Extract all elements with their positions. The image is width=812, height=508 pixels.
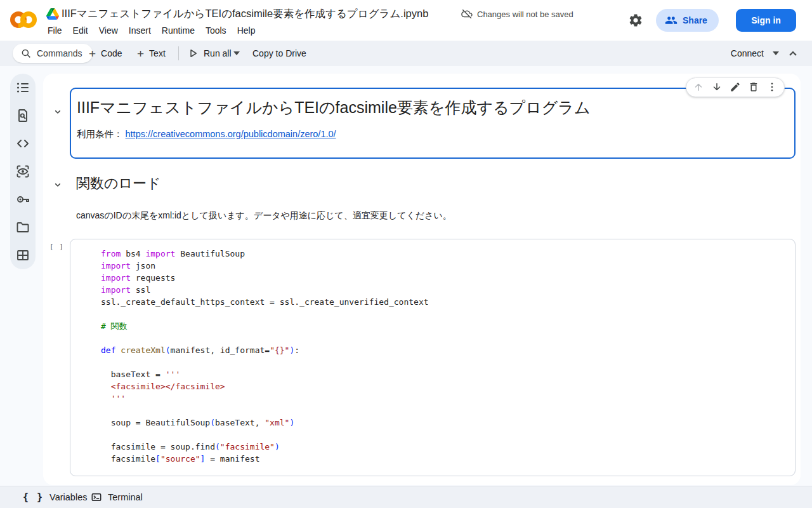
run-cell-button[interactable]: [ ]: [49, 243, 64, 251]
terminal-label: Terminal: [108, 492, 143, 502]
trash-icon: [748, 81, 759, 93]
edit-cell-button[interactable]: [729, 81, 742, 94]
menu-runtime[interactable]: Runtime: [162, 25, 195, 36]
run-all-button[interactable]: Run all: [187, 41, 232, 66]
secrets-key-icon[interactable]: [15, 192, 30, 207]
code-snippets-icon[interactable]: [15, 136, 30, 151]
add-code-label: Code: [101, 48, 122, 58]
code-cell[interactable]: from bs4 import BeautifulSoupimport json…: [70, 239, 796, 476]
caret-down-icon: [773, 51, 779, 55]
license-link[interactable]: https://creativecommons.org/publicdomain…: [126, 129, 336, 139]
markdown-heading: IIIFマニフェストファイルからTEIのfacsimile要素を作成するプログラ…: [77, 97, 591, 118]
cloud-off-icon: [461, 8, 473, 20]
variables-label: Variables: [49, 492, 87, 502]
collapse-section-icon[interactable]: [53, 107, 63, 117]
pencil-icon: [730, 81, 741, 93]
add-code-button[interactable]: + Code: [89, 41, 122, 66]
google-drive-icon: [46, 8, 59, 20]
section-description[interactable]: canvasのIDの末尾をxml:idとして扱います。データや用途に応じて、適宜…: [76, 210, 452, 222]
data-table-icon[interactable]: [15, 248, 30, 263]
markdown-title-cell[interactable]: IIIFマニフェストファイルからTEIのfacsimile要素を作成するプログラ…: [70, 88, 796, 159]
settings-gear-icon[interactable]: [628, 13, 643, 28]
copy-to-drive-label: Copy to Drive: [252, 48, 306, 58]
variables-button[interactable]: { } Variables: [23, 486, 87, 508]
menu-bar: File Edit View Insert Runtime Tools Help: [48, 25, 255, 36]
arrow-down-icon: [711, 81, 723, 93]
caret-down-icon: [233, 51, 240, 55]
code-lines[interactable]: from bs4 import BeautifulSoupimport json…: [70, 239, 795, 465]
toolbar-divider: [178, 46, 179, 60]
menu-view[interactable]: View: [99, 25, 118, 36]
terminal-icon: [91, 491, 102, 503]
menu-file[interactable]: File: [48, 25, 62, 36]
commands-button[interactable]: Commands: [13, 44, 93, 63]
table-of-contents-icon[interactable]: [15, 80, 30, 95]
section-heading[interactable]: 関数のロード: [76, 174, 161, 193]
license-prefix: 利用条件：: [77, 129, 123, 139]
search-icon: [20, 48, 32, 59]
run-options-dropdown[interactable]: [233, 41, 240, 66]
sign-in-button[interactable]: Sign in: [736, 9, 796, 32]
find-and-replace-icon[interactable]: [15, 108, 30, 123]
copy-to-drive-button[interactable]: Copy to Drive: [252, 41, 306, 66]
variable-inspector-icon[interactable]: [15, 164, 30, 179]
collapse-section-icon[interactable]: [53, 180, 63, 190]
notebook-content-area: IIIFマニフェストファイルからTEIのfacsimile要素を作成するプログラ…: [43, 74, 801, 485]
commands-label: Commands: [37, 48, 82, 58]
notebook-title[interactable]: IIIFマニフェストファイルからTEIのfacsimile要素を作成するプログラ…: [62, 7, 428, 21]
save-status-text: Changes will not be saved: [477, 10, 573, 19]
save-status[interactable]: Changes will not be saved: [461, 8, 573, 20]
notebook-toolbar: Commands + Code + Text Run all Copy to D…: [0, 41, 812, 66]
connect-button[interactable]: Connect: [731, 41, 779, 66]
move-cell-down-button[interactable]: [710, 81, 723, 94]
move-cell-up-button[interactable]: [692, 81, 705, 94]
more-vertical-icon: [766, 81, 778, 93]
menu-edit[interactable]: Edit: [73, 25, 88, 36]
plus-icon: +: [137, 48, 144, 60]
colab-logo-icon[interactable]: [9, 10, 38, 30]
collapse-toolbar-button[interactable]: [785, 46, 801, 61]
left-sidebar-rail: [10, 74, 36, 269]
share-button-label: Share: [683, 15, 707, 25]
bottom-status-bar: { } Variables Terminal: [0, 486, 812, 508]
cell-actions-toolbar: [686, 77, 785, 97]
run-all-label: Run all: [204, 48, 232, 58]
share-button[interactable]: Share: [656, 9, 719, 32]
play-icon: [187, 48, 199, 59]
more-cell-actions-button[interactable]: [766, 81, 778, 94]
menu-tools[interactable]: Tools: [206, 25, 226, 36]
terminal-button[interactable]: Terminal: [91, 486, 143, 508]
add-text-label: Text: [149, 48, 166, 58]
chevron-up-icon: [785, 46, 801, 61]
menu-insert[interactable]: Insert: [129, 25, 151, 36]
add-text-button[interactable]: + Text: [137, 41, 166, 66]
menu-help[interactable]: Help: [237, 25, 256, 36]
people-icon: [665, 14, 678, 27]
braces-icon: { }: [23, 491, 44, 503]
plus-icon: +: [89, 48, 96, 60]
app-header: IIIFマニフェストファイルからTEIのfacsimile要素を作成するプログラ…: [0, 0, 812, 41]
arrow-up-icon: [693, 81, 704, 93]
connect-label: Connect: [731, 48, 764, 58]
files-folder-icon[interactable]: [15, 220, 30, 235]
delete-cell-button[interactable]: [747, 81, 760, 94]
license-line: 利用条件： https://creativecommons.org/public…: [77, 128, 336, 140]
